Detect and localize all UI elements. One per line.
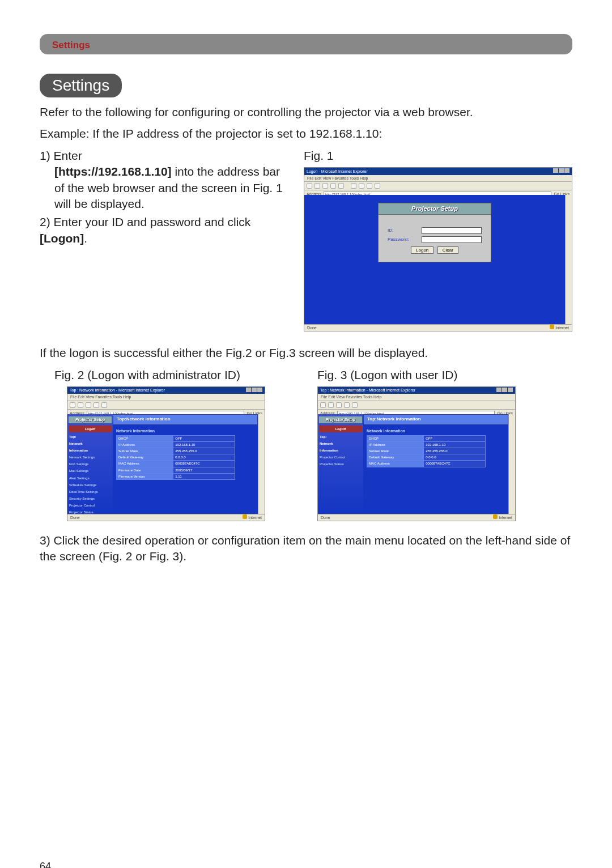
menu-item[interactable]: Schedule Settings bbox=[69, 482, 112, 488]
menu-item[interactable]: Projector Control bbox=[69, 502, 112, 509]
fig1-screenshot: Logon - Microsoft Internet Explorer File… bbox=[304, 167, 572, 331]
browser-menubar[interactable]: File Edit View Favorites Tools Help bbox=[318, 394, 515, 401]
network-info-table: DHCPOFFIP Address192.168.1.10Subnet Mask… bbox=[116, 435, 235, 480]
table-row: IP Address192.168.1.10 bbox=[367, 442, 486, 448]
favorites-icon[interactable] bbox=[359, 183, 364, 189]
media-icon[interactable] bbox=[367, 183, 372, 189]
scrollbar[interactable] bbox=[258, 414, 265, 514]
internet-icon bbox=[493, 514, 498, 519]
step-3: 3) Click the desired operation or config… bbox=[40, 533, 572, 565]
step2-logon: [Logon] bbox=[40, 232, 84, 245]
browser-title: Logon - Microsoft Internet Explorer bbox=[307, 169, 368, 174]
browser-toolbar[interactable] bbox=[67, 401, 265, 410]
table-row: DHCPOFF bbox=[117, 436, 235, 442]
side-menu-admin: Projector Setup LogoffTop:NetworkInforma… bbox=[67, 414, 113, 514]
table-row: DHCPOFF bbox=[367, 436, 486, 442]
window-buttons[interactable] bbox=[552, 168, 570, 174]
password-label: Password: bbox=[388, 237, 419, 243]
browser-menubar[interactable]: File Edit View Favorites Tools Help bbox=[304, 175, 572, 182]
network-info-table: DHCPOFFIP Address192.168.1.10Subnet Mask… bbox=[367, 435, 486, 467]
browser-menubar[interactable]: File Edit View Favorites Tools Help bbox=[67, 394, 265, 401]
back-icon[interactable] bbox=[70, 402, 75, 408]
menu-item[interactable]: Port Settings bbox=[69, 461, 112, 467]
id-label: ID: bbox=[388, 228, 419, 234]
table-row: MAC Address000087AEC47C bbox=[117, 461, 235, 467]
step3-rest: Click the desired operation or configura… bbox=[40, 534, 570, 563]
home-icon[interactable] bbox=[338, 183, 344, 189]
table-row: Firmware Date2005/09/17 bbox=[117, 467, 235, 473]
refresh-icon[interactable] bbox=[344, 402, 350, 408]
refresh-icon[interactable] bbox=[94, 402, 99, 408]
scrollbar[interactable] bbox=[565, 195, 572, 324]
menu-item[interactable]: Network bbox=[319, 440, 362, 447]
scrollbar[interactable] bbox=[508, 414, 515, 514]
forward-icon[interactable] bbox=[314, 183, 320, 189]
forward-icon[interactable] bbox=[78, 402, 83, 408]
browser-toolbar[interactable] bbox=[318, 401, 515, 410]
clear-button[interactable]: Clear bbox=[437, 246, 458, 254]
history-icon[interactable] bbox=[375, 183, 380, 189]
stop-icon[interactable] bbox=[322, 183, 328, 189]
back-icon[interactable] bbox=[320, 402, 326, 408]
login-header: Projector Setup bbox=[379, 203, 491, 215]
menu-item[interactable]: Network bbox=[69, 440, 112, 447]
status-internet: Internet bbox=[248, 516, 262, 520]
table-row: Default Gateway0.0.0.0 bbox=[117, 454, 235, 461]
panel-header: Top:Network Information bbox=[113, 414, 258, 425]
refresh-icon[interactable] bbox=[330, 183, 336, 189]
after-logon-text: If the logon is successful either the Fi… bbox=[40, 345, 572, 361]
browser-content: Projector Setup LogoffTop:NetworkInforma… bbox=[67, 414, 258, 514]
fig2-label: Fig. 2 (Logon with administrator ID) bbox=[40, 367, 295, 383]
menu-item[interactable]: Logoff bbox=[69, 426, 112, 432]
browser-titlebar: Top : Network Information - Microsoft In… bbox=[318, 387, 515, 394]
table-row: Subnet Mask255.255.255.0 bbox=[117, 448, 235, 454]
browser-titlebar: Top : Network Information - Microsoft In… bbox=[67, 387, 265, 394]
menu-item[interactable]: Top: bbox=[69, 433, 112, 440]
back-icon[interactable] bbox=[307, 183, 312, 189]
stop-icon[interactable] bbox=[86, 402, 91, 408]
stop-icon[interactable] bbox=[336, 402, 342, 408]
menu-item[interactable]: Security Settings bbox=[69, 495, 112, 502]
logon-button[interactable]: Logon bbox=[411, 246, 434, 254]
home-icon[interactable] bbox=[352, 402, 358, 408]
menu-item[interactable]: Network Settings bbox=[69, 454, 112, 461]
menu-item[interactable]: Projector Status bbox=[319, 461, 362, 467]
search-icon[interactable] bbox=[351, 183, 356, 189]
status-done: Done bbox=[307, 325, 317, 330]
browser-statusbar: Done Internet bbox=[304, 324, 572, 331]
steps-and-fig1-row: 1) Enter [https://192.168.1.10] into the… bbox=[40, 148, 572, 331]
browser-title: Top : Network Information - Microsoft In… bbox=[70, 388, 165, 393]
home-icon[interactable] bbox=[101, 402, 107, 408]
menu-item[interactable]: Alert Settings bbox=[69, 475, 112, 482]
step-1: 1) Enter [https://192.168.1.10] into the… bbox=[40, 148, 289, 212]
browser-toolbar[interactable] bbox=[304, 182, 572, 190]
step1-url: [https://192.168.1.10] bbox=[54, 165, 172, 178]
steps-column: 1) Enter [https://192.168.1.10] into the… bbox=[40, 148, 289, 331]
menu-item[interactable]: Information bbox=[319, 447, 362, 454]
menu-item[interactable]: Date/Time Settings bbox=[69, 488, 112, 495]
menu-item[interactable]: Information bbox=[69, 447, 112, 454]
password-input[interactable] bbox=[422, 236, 482, 243]
table-row: IP Address192.168.1.10 bbox=[117, 442, 235, 448]
menu-item[interactable]: Top: bbox=[319, 433, 362, 440]
login-card: Projector Setup ID: Password: Logon Cl bbox=[378, 203, 491, 262]
step2-prefix: 2) Enter your ID and password and click bbox=[40, 215, 250, 228]
window-buttons[interactable] bbox=[496, 388, 513, 393]
settings-heading: Settings bbox=[40, 74, 122, 97]
page-number: 64 bbox=[40, 860, 572, 868]
status-internet: Internet bbox=[555, 326, 569, 330]
window-buttons[interactable] bbox=[245, 388, 262, 393]
forward-icon[interactable] bbox=[328, 402, 334, 408]
menu-item[interactable]: Projector Control bbox=[319, 454, 362, 461]
panel-subheader: Network Information bbox=[363, 425, 508, 435]
fig1-label: Fig. 1 bbox=[304, 148, 572, 164]
step1-prefix: 1) Enter bbox=[40, 149, 82, 162]
main-panel: Top:Network Information Network Informat… bbox=[113, 414, 258, 514]
fig3-block: Fig. 3 (Logon with user ID) Top : Networ… bbox=[317, 367, 572, 521]
fig2-fig3-row: Fig. 2 (Logon with administrator ID) Top… bbox=[40, 367, 572, 521]
intro-line-2: Example: If the IP address of the projec… bbox=[40, 126, 572, 142]
menu-item[interactable]: Mail Settings bbox=[69, 467, 112, 474]
table-row: Default Gateway0.0.0.0 bbox=[367, 454, 486, 461]
id-input[interactable] bbox=[422, 227, 482, 234]
menu-item[interactable]: Logoff bbox=[319, 426, 362, 432]
